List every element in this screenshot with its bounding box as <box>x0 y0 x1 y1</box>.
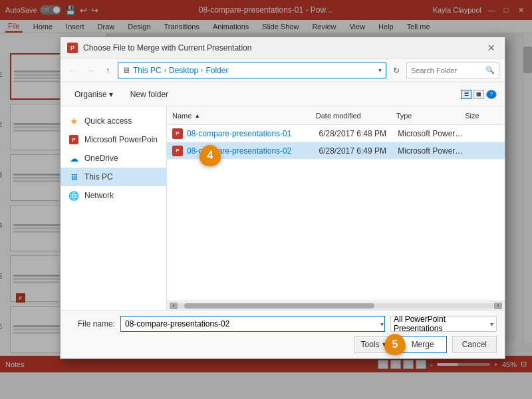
file-icon-1: P <box>172 128 183 139</box>
dialog-title: Choose File to Merge with Current Presen… <box>83 43 479 53</box>
organise-arrow: ▾ <box>109 90 113 99</box>
sidebar-thispc-label: This PC <box>84 172 113 182</box>
sidebar-onedrive-label: OneDrive <box>84 154 118 163</box>
pc-icon: 🖥 <box>68 172 79 182</box>
file-row-1[interactable]: P 08-compare-presentations-01 6/28/2017 … <box>167 125 505 142</box>
dialog-bottom: File name: ▾ All PowerPoint Presentation… <box>61 310 505 358</box>
filename-input[interactable] <box>120 316 385 332</box>
desktop-icon: 🖥 <box>122 66 130 75</box>
forward-button[interactable]: → <box>83 63 98 78</box>
filename-dropdown-arrow[interactable]: ▾ <box>380 321 384 328</box>
dialog-nav-bar: ← → ↑ 🖥 This PC › Desktop › Folder ▾ ↻ 🔍 <box>61 59 505 82</box>
file-name-1: 08-compare-presentations-01 <box>187 129 319 138</box>
step-badge-4: 4 <box>200 145 221 166</box>
sidebar-item-network[interactable]: 🌐 Network <box>61 186 166 205</box>
sidebar-item-quickaccess[interactable]: ★ Quick access <box>61 112 166 130</box>
search-box: 🔍 <box>406 63 499 78</box>
ppt-icon: P <box>68 134 79 145</box>
col-header-name[interactable]: Name ▲ <box>172 112 316 120</box>
filename-row: File name: ▾ All PowerPoint Presentation… <box>68 316 497 332</box>
dialog-app-icon: P <box>67 43 78 53</box>
merge-button[interactable]: Merge <box>399 336 447 353</box>
search-icon: 🔍 <box>485 66 495 74</box>
buttons-row: Tools ▾ Merge Cancel <box>68 336 497 353</box>
help-button[interactable]: ? <box>486 90 497 99</box>
sidebar-item-microsoftppt[interactable]: P Microsoft PowerPoin <box>61 130 166 149</box>
col-header-size[interactable]: Size <box>465 112 499 120</box>
scrollbar-thumb-h <box>184 303 374 309</box>
dialog-title-bar: P Choose File to Merge with Current Pres… <box>61 37 505 59</box>
file-type-2: Microsoft PowerP... <box>398 146 466 156</box>
dialog-close-button[interactable]: ✕ <box>485 41 498 55</box>
file-date-1: 6/28/2017 6:48 PM <box>319 129 398 138</box>
cancel-button[interactable]: Cancel <box>452 336 497 353</box>
network-icon: 🌐 <box>68 190 79 201</box>
cloud-icon: ☁ <box>68 153 79 164</box>
dialog-file-area: Name ▲ Date modified Type Size P 08-comp… <box>167 106 505 310</box>
file-date-2: 6/28/2017 6:49 PM <box>319 146 398 156</box>
col-header-type[interactable]: Type <box>396 112 466 120</box>
sidebar-item-thispc[interactable]: 🖥 This PC <box>61 168 166 186</box>
filetype-label: All PowerPoint Presentations <box>394 315 490 333</box>
refresh-button[interactable]: ↻ <box>389 63 404 78</box>
file-type-1: Microsoft PowerP... <box>398 129 466 138</box>
scroll-left-btn[interactable]: ‹ <box>170 303 178 309</box>
col-header-date[interactable]: Date modified <box>316 112 396 120</box>
horizontal-scrollbar[interactable] <box>178 303 494 309</box>
tools-label: Tools <box>361 340 380 349</box>
file-list-header: Name ▲ Date modified Type Size <box>167 106 505 125</box>
sidebar-network-label: Network <box>84 191 114 200</box>
back-button[interactable]: ← <box>66 63 80 78</box>
step-badge-5: 5 <box>384 334 406 355</box>
dialog-sidebar: ★ Quick access P Microsoft PowerPoin ☁ O… <box>61 106 167 310</box>
step-5-label: 5 <box>392 338 398 350</box>
dialog-body: ★ Quick access P Microsoft PowerPoin ☁ O… <box>61 106 505 310</box>
path-thispc[interactable]: This PC <box>133 66 162 75</box>
sidebar-ppt-label: Microsoft PowerPoin <box>84 135 158 144</box>
scroll-right-btn[interactable]: › <box>494 303 502 309</box>
organise-button[interactable]: Organise ▾ <box>68 86 119 102</box>
file-icon-2: P <box>172 146 183 156</box>
up-button[interactable]: ↑ <box>100 63 115 78</box>
path-folder[interactable]: Folder <box>205 66 228 75</box>
path-dropdown-arrow[interactable]: ▾ <box>378 66 382 74</box>
search-input[interactable] <box>411 66 483 74</box>
new-folder-label: New folder <box>130 90 168 99</box>
path-desktop[interactable]: Desktop <box>169 66 198 75</box>
organise-label: Organise <box>74 90 107 99</box>
horizontal-scrollbar-area: ‹ › <box>167 301 505 310</box>
path-bar: 🖥 This PC › Desktop › Folder ▾ <box>118 63 386 78</box>
dialog-view-buttons: ☰ ▦ ? <box>461 90 497 99</box>
dialog-toolbar: Organise ▾ New folder ☰ ▦ ? <box>61 82 505 106</box>
new-folder-button[interactable]: New folder <box>124 86 174 102</box>
filetype-select[interactable]: All PowerPoint Presentations ▾ <box>390 316 497 332</box>
list-view-button[interactable]: ☰ <box>461 90 471 99</box>
filetype-arrow: ▾ <box>490 321 493 328</box>
filename-input-wrap: ▾ <box>120 316 385 332</box>
sidebar-quickaccess-label: Quick access <box>84 116 132 126</box>
file-dialog: P Choose File to Merge with Current Pres… <box>60 37 505 359</box>
filename-label: File name: <box>68 319 115 329</box>
details-view-button[interactable]: ▦ <box>473 90 484 99</box>
step-4-label: 4 <box>207 150 213 162</box>
sidebar-item-onedrive[interactable]: ☁ OneDrive <box>61 149 166 168</box>
star-icon: ★ <box>68 116 79 126</box>
